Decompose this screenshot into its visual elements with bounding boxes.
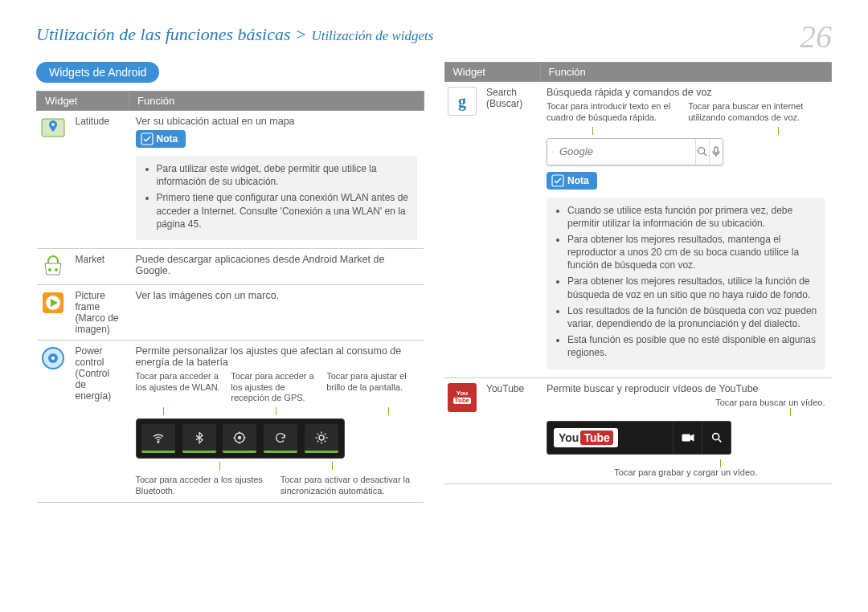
table-row: Market Puede descargar aplicaciones desd… — [37, 248, 424, 284]
svg-point-3 — [48, 268, 51, 271]
table-row: Picture frame (Marco de imagen) Ver las … — [37, 284, 424, 340]
google-voice-button[interactable] — [709, 139, 723, 165]
svg-point-1 — [51, 123, 55, 126]
widget-name: Market — [69, 248, 129, 284]
youtube-record-button[interactable] — [673, 422, 702, 454]
th-widget: Widget — [37, 92, 129, 111]
nota-badge: Nota — [136, 130, 186, 148]
table-row: Power control (Control de energía) Permi… — [37, 340, 424, 502]
svg-point-22 — [712, 434, 719, 440]
page-number: 26 — [800, 24, 832, 50]
svg-point-13 — [239, 436, 241, 439]
page-header: Utilización de las funciones básicas > U… — [36, 24, 832, 50]
nota-box: Cuando se utilice esta función por prime… — [547, 198, 825, 369]
breadcrumb-sub: Utilización de widgets — [311, 28, 433, 43]
power-control-icon — [40, 345, 66, 371]
widget-desc: Permite personalizar los ajustes que afe… — [136, 345, 418, 368]
breadcrumb-main: Utilización de las funciones básicas — [36, 24, 291, 44]
nota-badge: Nota — [547, 172, 597, 190]
breadcrumb: Utilización de las funciones básicas > U… — [36, 24, 433, 45]
power-wlan-button[interactable] — [141, 424, 175, 453]
latitude-icon — [40, 116, 66, 141]
youtube-logo: YouTube — [554, 428, 618, 447]
section-pill: Widgets de Android — [36, 62, 159, 83]
th-function: Función — [540, 63, 832, 82]
widget-desc: Puede descargar aplicaciones desde Andro… — [129, 248, 424, 284]
google-search-widget: g — [547, 138, 723, 165]
power-top-captions: Tocar para acceder a los ajustes de WLAN… — [136, 371, 418, 404]
table-row: Latitude Ver su ubicación actual en un m… — [37, 111, 424, 249]
google-logo-icon: g — [552, 141, 555, 162]
power-gps-button[interactable] — [223, 424, 256, 453]
youtube-search-button[interactable] — [702, 422, 731, 454]
google-search-input[interactable] — [559, 145, 695, 157]
svg-point-10 — [51, 357, 55, 360]
svg-point-11 — [158, 441, 159, 443]
widget-name: Search (Buscar) — [480, 82, 540, 378]
google-icon: g — [448, 87, 477, 116]
table-row: g Search (Buscar) Búsqueda rápida y coma… — [444, 82, 832, 378]
widget-name: YouTube — [480, 377, 540, 484]
power-sync-button[interactable] — [264, 424, 297, 453]
widget-desc: Búsqueda rápida y comandos de voz — [547, 87, 825, 98]
svg-marker-21 — [690, 435, 694, 442]
th-widget: Widget — [444, 63, 540, 82]
note-icon — [551, 174, 564, 187]
picture-frame-icon — [40, 290, 66, 316]
power-brightness-button[interactable] — [305, 424, 338, 453]
market-icon — [40, 254, 66, 279]
widget-name: Power control (Control de energía) — [69, 340, 129, 502]
th-function: Función — [129, 92, 424, 111]
svg-rect-20 — [682, 435, 690, 442]
widget-desc: Permite buscar y reproducir vídeos de Yo… — [547, 383, 825, 394]
table-row: YouTube YouTube Permite buscar y reprodu… — [444, 377, 832, 484]
left-column: Widgets de Android Widget Función Latitu… — [36, 62, 424, 509]
power-bluetooth-button[interactable] — [182, 424, 216, 453]
widget-name: Latitude — [69, 111, 129, 249]
power-widget — [136, 418, 345, 459]
nota-box: Para utilizar este widget, debe permitir… — [136, 156, 418, 240]
right-column: Widget Función g Search (Buscar) Búsqued… — [444, 62, 833, 509]
svg-point-14 — [319, 435, 324, 440]
google-search-button[interactable] — [695, 139, 709, 165]
widgets-table-left: Widget Función Latitude Ver su ubicación… — [36, 91, 424, 503]
youtube-icon: YouTube — [448, 383, 477, 412]
note-icon — [141, 133, 154, 145]
svg-point-17 — [698, 147, 705, 153]
widget-name: Picture frame (Marco de imagen) — [69, 284, 129, 340]
youtube-widget: YouTube — [547, 421, 731, 455]
widget-desc: Ver las imágenes con un marco. — [129, 284, 424, 340]
widget-desc: Ver su ubicación actual en un mapa — [136, 116, 418, 127]
power-bottom-captions: Tocar para acceder a los ajustes Bluetoo… — [136, 475, 418, 497]
svg-point-4 — [55, 268, 58, 271]
widgets-table-right: Widget Función g Search (Buscar) Búsqued… — [444, 62, 833, 484]
svg-rect-18 — [714, 147, 718, 153]
